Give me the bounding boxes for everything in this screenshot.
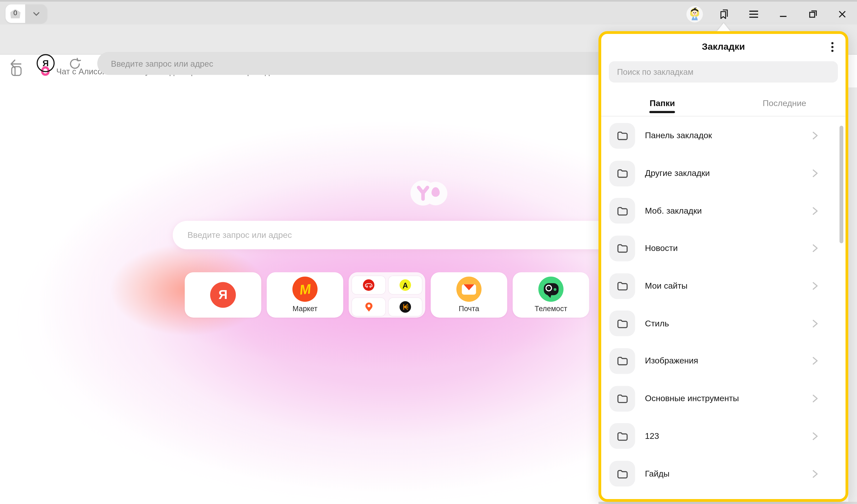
folder-label: Гайды (645, 469, 670, 479)
chevron-right-icon (810, 356, 819, 366)
tile-maps[interactable] (351, 298, 386, 317)
tile-market[interactable]: M Маркет (267, 272, 343, 318)
tile-mail[interactable]: Почта (431, 272, 507, 318)
kebab-icon (831, 42, 834, 44)
tile-label: Телемост (513, 304, 589, 313)
bookmark-folder-row[interactable]: Панель закладок (601, 117, 845, 154)
bookmark-folder-row[interactable]: Мои сайты (601, 267, 845, 305)
bookmark-folder-row[interactable]: Другие закладки (601, 154, 845, 192)
address-input[interactable] (97, 52, 618, 75)
folder-icon (616, 317, 629, 330)
folder-icon (616, 467, 629, 480)
yandex-browser-yo-logo (410, 179, 448, 208)
yandex-home-button[interactable]: Я (37, 54, 55, 72)
chevron-right-icon (810, 431, 819, 441)
folder-label: Основные инструменты (645, 393, 739, 403)
folder-icon-box (609, 273, 635, 299)
bookmarks-panel: Закладки Папки Последние (599, 31, 848, 502)
map-pin-icon (364, 302, 374, 313)
folder-icon (616, 280, 629, 292)
refresh-icon (68, 57, 81, 70)
popup-caret (717, 23, 730, 31)
folder-list: Панель закладок Другие закладки (601, 117, 845, 492)
folder-icon (616, 129, 629, 142)
folder-label: Другие закладки (645, 168, 710, 178)
folder-icon (616, 167, 629, 180)
tile-kinopoisk[interactable] (388, 298, 422, 317)
folder-label: Моб. закладки (645, 206, 702, 216)
refresh-button[interactable] (67, 56, 83, 72)
bookmarks-button[interactable] (716, 6, 733, 22)
restore-icon (807, 9, 818, 19)
browser-window: 0 (0, 0, 857, 504)
chevron-right-icon (810, 131, 819, 141)
minimize-button[interactable] (775, 6, 791, 22)
chevron-right-icon (810, 319, 819, 329)
maximize-button[interactable] (805, 6, 821, 22)
panel-divider (601, 116, 845, 117)
chevron-right-icon (810, 168, 819, 178)
active-tab[interactable]: 0 (5, 4, 25, 23)
folder-icon (616, 354, 629, 368)
panel-bottom-edge (599, 502, 857, 504)
tile-yandex[interactable]: Я (185, 272, 261, 318)
bookmark-folder-row[interactable]: Новости (601, 230, 845, 267)
market-m-letter: M (299, 281, 312, 298)
tile-services-grid: A (349, 272, 425, 318)
panel-tabs: Папки Последние (601, 93, 845, 114)
folder-icon-box (609, 461, 635, 487)
bookmark-folder-row[interactable]: Изображения (601, 342, 845, 380)
start-search-input[interactable] (173, 221, 643, 249)
tile-afisha[interactable]: A (388, 275, 422, 295)
folder-icon-box (609, 348, 635, 374)
folder-label: Мои сайты (645, 281, 688, 291)
tile-telemost[interactable]: Телемост (513, 272, 589, 318)
panel-menu-button[interactable] (826, 40, 839, 54)
folder-label: 123 (645, 431, 659, 441)
bookmark-folder-row[interactable]: Основные инструменты (601, 380, 845, 417)
close-icon (837, 9, 847, 19)
profile-avatar[interactable] (687, 6, 703, 22)
tab-folders[interactable]: Папки (601, 93, 723, 114)
bookmarks-search[interactable] (609, 61, 838, 83)
chevron-right-icon (810, 243, 819, 253)
kinopoisk-rays-icon (401, 303, 409, 311)
mail-envelope-icon (462, 284, 476, 294)
folder-icon-box (609, 123, 635, 149)
bookmark-folder-row[interactable]: Гайды (601, 455, 845, 492)
chevron-right-icon (810, 206, 819, 216)
tab-recent[interactable]: Последние (723, 93, 845, 114)
bookmarks-icon (718, 8, 730, 20)
folder-label: Изображения (645, 356, 698, 366)
folder-icon (616, 392, 629, 405)
folder-icon-box (609, 161, 635, 186)
active-tab-underline (650, 111, 675, 113)
folder-icon (616, 242, 629, 255)
panel-title: Закладки (601, 41, 845, 52)
folder-icon-box (609, 311, 635, 336)
tab-count: 0 (5, 9, 25, 17)
bookmarks-search-input[interactable] (609, 61, 838, 83)
minimize-icon (778, 9, 788, 19)
menu-button[interactable] (745, 6, 762, 22)
bookmark-folder-row[interactable]: 123 (601, 417, 845, 455)
tab[interactable]: 0 (5, 4, 47, 23)
chevron-right-icon (810, 281, 819, 291)
address-bar[interactable] (97, 52, 618, 75)
tab-strip: 0 (0, 0, 857, 24)
telemost-camera-icon (543, 283, 558, 295)
back-arrow-icon (9, 57, 23, 70)
close-button[interactable] (834, 6, 851, 22)
folder-icon-box (609, 423, 635, 449)
bookmark-folder-row[interactable]: Стиль (601, 305, 845, 342)
tile-drive[interactable] (351, 275, 386, 295)
yandex-tile-letter: Я (219, 288, 228, 302)
tab-list-dropdown[interactable] (25, 4, 47, 23)
folder-label: Новости (645, 243, 678, 253)
chevron-down-icon (33, 10, 40, 17)
folder-icon-box (609, 198, 635, 224)
start-page-search[interactable] (173, 221, 643, 249)
bookmark-folder-row[interactable]: Моб. закладки (601, 192, 845, 230)
back-button[interactable] (8, 56, 24, 72)
panel-scrollbar-thumb[interactable] (839, 126, 843, 243)
